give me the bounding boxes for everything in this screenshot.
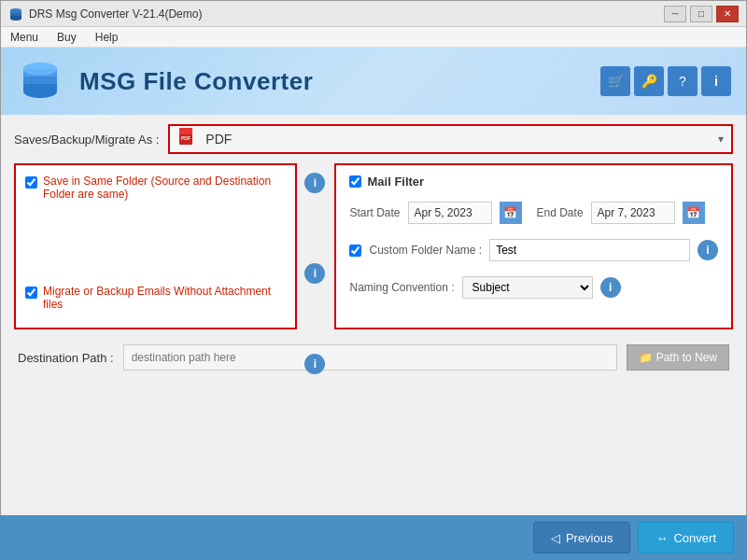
dropdown-arrow-icon: ▾ (718, 133, 724, 146)
migrate-backup-label: Migrate or Backup Emails Without Attachm… (43, 285, 286, 311)
mail-filter-header: Mail Filter (349, 175, 718, 189)
info-icon-button[interactable]: i (701, 66, 731, 96)
pdf-icon: PDF (177, 127, 198, 152)
close-button[interactable]: ✕ (716, 6, 739, 22)
custom-folder-row: Custom Folder Name : i (349, 239, 718, 261)
main-content: Saves/Backup/Migrate As : PDF PDF ▾ (1, 115, 746, 516)
start-date-calendar-button[interactable]: 📅 (500, 202, 522, 224)
menu-item-menu[interactable]: Menu (7, 29, 42, 46)
format-dropdown[interactable]: PDF PDF ▾ (168, 124, 733, 154)
left-panel: Save in Same Folder (Source and Destinat… (14, 163, 297, 329)
end-date-label: End Date (537, 206, 584, 219)
footer: ◁ Previous ↔ Convert (0, 515, 747, 560)
menu-item-buy[interactable]: Buy (53, 29, 80, 46)
left-panel-wrapper: Save in Same Folder (Source and Destinat… (14, 163, 297, 329)
svg-point-2 (23, 63, 57, 76)
custom-folder-info-btn[interactable]: i (698, 240, 718, 260)
title-bar-left: DRS Msg Converter V-21.4(Demo) (8, 7, 202, 21)
start-date-input[interactable]: Apr 5, 2023 (408, 202, 492, 224)
destination-path-label: Destination Path : (18, 351, 114, 365)
naming-convention-label: Naming Convention : (349, 281, 454, 294)
end-date-input[interactable]: Apr 7, 2023 (591, 202, 675, 224)
checkbox-row-1: Save in Same Folder (Source and Destinat… (25, 175, 286, 201)
cart-icon-button[interactable]: 🛒 (600, 66, 630, 96)
key-icon-button[interactable]: 🔑 (634, 66, 664, 96)
info-btn-2[interactable]: i (304, 263, 325, 284)
save-same-folder-checkbox[interactable] (25, 176, 37, 189)
header-logo (16, 57, 64, 105)
maximize-button[interactable]: □ (690, 6, 712, 22)
header-icons: 🛒 🔑 ? i (600, 66, 731, 96)
previous-button[interactable]: ◁ Previous (533, 522, 631, 553)
checkbox-row-2: Migrate or Backup Emails Without Attachm… (25, 285, 286, 311)
format-dropdown-text: PDF (205, 132, 711, 147)
right-panel: Mail Filter Start Date Apr 5, 2023 📅 End… (334, 163, 733, 329)
two-col-layout: Save in Same Folder (Source and Destinat… (14, 163, 733, 329)
previous-icon: ◁ (551, 531, 560, 545)
naming-convention-select[interactable]: Subject Date From To (462, 276, 593, 299)
info-btn-3[interactable]: i (304, 354, 325, 374)
custom-folder-input[interactable] (489, 239, 690, 261)
title-bar-controls: ─ □ ✕ (664, 6, 739, 22)
end-date-calendar-button[interactable]: 📅 (683, 202, 705, 224)
menu-item-help[interactable]: Help (92, 29, 122, 46)
convert-label: Convert (673, 531, 716, 545)
app-icon (8, 7, 23, 21)
saves-row: Saves/Backup/Migrate As : PDF PDF ▾ (14, 124, 733, 154)
migrate-backup-checkbox[interactable] (25, 287, 37, 299)
menu-bar: Menu Buy Help (1, 27, 746, 48)
app-title: DRS Msg Converter V-21.4(Demo) (29, 7, 202, 21)
header-title: MSG File Converter (79, 67, 313, 96)
convert-icon: ↔ (655, 531, 668, 545)
naming-convention-row: Naming Convention : Subject Date From To… (349, 276, 718, 299)
svg-rect-4 (179, 128, 192, 134)
date-row: Start Date Apr 5, 2023 📅 End Date Apr 7,… (349, 202, 718, 224)
convert-button[interactable]: ↔ Convert (638, 522, 734, 553)
previous-label: Previous (566, 531, 613, 545)
folder-icon: 📁 (639, 351, 653, 364)
mail-filter-title: Mail Filter (367, 175, 424, 189)
start-date-label: Start Date (349, 206, 400, 219)
destination-path-input[interactable] (123, 344, 617, 371)
mail-filter-checkbox[interactable] (349, 175, 361, 188)
path-to-new-button[interactable]: 📁 Path to New (627, 344, 729, 371)
minimize-button[interactable]: ─ (664, 6, 686, 22)
title-bar: DRS Msg Converter V-21.4(Demo) ─ □ ✕ (1, 1, 746, 27)
left-info-btns: i i i (304, 173, 325, 374)
saves-label: Saves/Backup/Migrate As : (14, 133, 159, 147)
custom-folder-checkbox[interactable] (349, 245, 361, 257)
info-btn-1[interactable]: i (304, 173, 325, 193)
destination-path-row: Destination Path : 📁 Path to New (14, 344, 733, 371)
custom-folder-label: Custom Folder Name : (369, 244, 482, 257)
save-same-folder-label: Save in Same Folder (Source and Destinat… (43, 175, 286, 201)
svg-text:PDF: PDF (181, 135, 190, 141)
header: MSG File Converter 🛒 🔑 ? i (1, 48, 746, 115)
help-icon-button[interactable]: ? (668, 66, 698, 96)
naming-info-btn[interactable]: i (600, 277, 621, 298)
